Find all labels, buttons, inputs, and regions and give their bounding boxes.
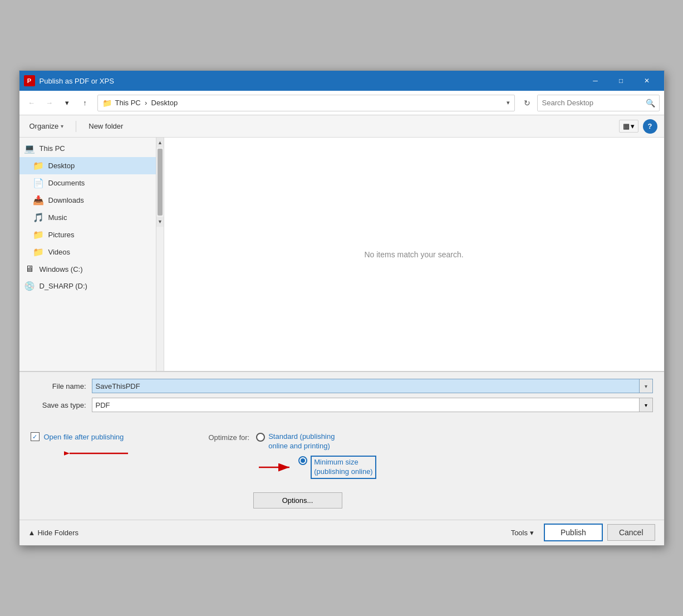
view-icon: ▦ [623, 122, 630, 130]
save-as-type-row: Save as type: PDF ▾ [31, 398, 653, 412]
help-button[interactable]: ? [643, 119, 657, 134]
right-arrow-annotation [256, 457, 295, 477]
forward-button[interactable]: → [42, 95, 57, 111]
search-icon[interactable]: 🔍 [642, 95, 659, 111]
title-controls: ─ □ ✕ [583, 71, 660, 91]
cancel-button[interactable]: Cancel [607, 524, 655, 541]
search-box: 🔍 [537, 95, 660, 111]
sidebar-item-desktop[interactable]: 📁 Desktop [19, 157, 164, 174]
pictures-label: Pictures [48, 231, 75, 239]
pictures-icon: 📁 [33, 229, 44, 240]
footer-right: Tools ▾ Publish Cancel [505, 524, 655, 541]
tools-dropdown-icon: ▾ [530, 529, 534, 537]
publish-dialog: P Publish as PDF or XPS ─ □ ✕ ← → ▾ ↑ 📁 … [19, 70, 665, 546]
dropdown-nav-button[interactable]: ▾ [60, 95, 75, 111]
file-name-label: File name: [31, 382, 92, 390]
radio-minimum-size[interactable]: Minimum size(publishing online) [298, 456, 376, 479]
refresh-button[interactable]: ↻ [519, 95, 535, 111]
maximize-button[interactable]: □ [608, 71, 634, 91]
desktop-icon: 📁 [33, 160, 44, 171]
main-area: 💻 This PC 📁 Desktop 📄 Documents 📥 Downlo… [19, 138, 664, 371]
radio-standard-circle[interactable] [256, 433, 265, 442]
sidebar-items: 💻 This PC 📁 Desktop 📄 Documents 📥 Downlo… [19, 138, 164, 371]
publish-button[interactable]: Publish [544, 524, 603, 541]
sidebar-item-documents[interactable]: 📄 Documents [19, 174, 164, 192]
radio-minimum-size-circle[interactable] [298, 456, 307, 465]
d-sharp-label: D_SHARP (D:) [40, 282, 87, 290]
scrollbar-down-button[interactable]: ▼ [156, 217, 164, 227]
tools-label: Tools [511, 529, 528, 537]
toolbar: Organize ▾ New folder ▦ ▾ ? [19, 115, 664, 138]
scrollbar-up-button[interactable]: ▲ [156, 138, 164, 148]
radio-standard-label: Standard (publishingonline and printing) [268, 432, 335, 451]
radio-group-optimize: Standard (publishingonline and printing) [256, 432, 376, 479]
tools-button[interactable]: Tools ▾ [505, 525, 539, 540]
radio-minimum-size-label: Minimum size(publishing online) [311, 456, 376, 479]
view-button[interactable]: ▦ ▾ [619, 120, 638, 133]
hide-folders-button[interactable]: ▲ Hide Folders [28, 529, 79, 537]
sidebar-item-music[interactable]: 🎵 Music [19, 209, 164, 226]
save-as-type-value: PDF [96, 401, 110, 409]
address-bar: ← → ▾ ↑ 📁 This PC › Desktop ▾ ↻ 🔍 [19, 91, 664, 115]
title-bar: P Publish as PDF or XPS ─ □ ✕ [19, 71, 664, 91]
open-file-checkbox-row[interactable]: ✓ Open file after publishing [31, 432, 186, 441]
open-file-label: Open file after publishing [44, 433, 124, 441]
sidebar: 💻 This PC 📁 Desktop 📄 Documents 📥 Downlo… [19, 138, 164, 371]
sidebar-item-windows-c[interactable]: 🖥 Windows (C:) [19, 261, 164, 277]
view-dropdown-icon: ▾ [631, 122, 635, 130]
open-file-checkbox[interactable]: ✓ [31, 432, 40, 441]
address-box[interactable]: 📁 This PC › Desktop ▾ [97, 95, 515, 111]
this-pc-label: This PC [40, 144, 65, 153]
organize-label: Organize [30, 122, 59, 130]
new-folder-button[interactable]: New folder [85, 120, 126, 133]
file-name-dropdown[interactable]: ▾ [640, 379, 653, 393]
videos-icon: 📁 [33, 247, 44, 257]
sidebar-scrollbar[interactable]: ▲ ▼ [156, 138, 164, 371]
dialog-backdrop: P Publish as PDF or XPS ─ □ ✕ ← → ▾ ↑ 📁 … [0, 0, 683, 616]
file-name-row: File name: ▾ [31, 379, 653, 393]
close-button[interactable]: ✕ [634, 71, 660, 91]
toolbar-separator [76, 121, 76, 132]
organize-button[interactable]: Organize ▾ [26, 120, 67, 133]
radio-standard[interactable]: Standard (publishingonline and printing) [256, 432, 376, 451]
downloads-label: Downloads [48, 196, 84, 204]
documents-icon: 📄 [33, 178, 44, 188]
sidebar-item-videos[interactable]: 📁 Videos [19, 243, 164, 261]
save-as-type-label: Save as type: [31, 401, 92, 409]
optimize-label: Optimize for: [209, 433, 250, 442]
sidebar-item-downloads[interactable]: 📥 Downloads [19, 192, 164, 209]
options-button[interactable]: Options... [253, 492, 342, 509]
file-name-input[interactable] [92, 379, 640, 393]
form-panel: File name: ▾ Save as type: PDF ▾ [19, 371, 664, 423]
save-as-type-select[interactable]: PDF [92, 398, 640, 412]
d-sharp-icon: 💿 [24, 281, 35, 291]
hide-folders-arrow: ▲ [28, 529, 36, 537]
empty-message: No items match your search. [364, 250, 463, 259]
this-pc-icon: 💻 [24, 143, 35, 154]
left-arrow-annotation [64, 448, 131, 459]
sidebar-item-d-sharp[interactable]: 💿 D_SHARP (D:) [19, 277, 164, 295]
back-button[interactable]: ← [24, 95, 40, 111]
documents-label: Documents [48, 179, 85, 187]
breadcrumb: This PC › Desktop [115, 99, 178, 107]
options-area: ✓ Open file after publishing [19, 423, 664, 520]
desktop-label: Desktop [48, 162, 75, 170]
downloads-icon: 📥 [33, 195, 44, 206]
footer-bar: ▲ Hide Folders Tools ▾ Publish Cancel [19, 520, 664, 545]
toolbar-right: ▦ ▾ ? [619, 119, 657, 134]
music-icon: 🎵 [33, 212, 44, 223]
sidebar-item-this-pc[interactable]: 💻 This PC [19, 140, 164, 157]
address-dropdown-arrow[interactable]: ▾ [507, 99, 510, 106]
music-label: Music [48, 213, 67, 222]
save-as-type-dropdown[interactable]: ▾ [640, 398, 653, 412]
windows-c-label: Windows (C:) [40, 265, 83, 273]
new-folder-label: New folder [89, 122, 123, 130]
minimize-button[interactable]: ─ [583, 71, 608, 91]
ppt-logo: P [24, 75, 35, 86]
scrollbar-thumb[interactable] [158, 149, 163, 216]
sidebar-item-pictures[interactable]: 📁 Pictures [19, 226, 164, 243]
up-button[interactable]: ↑ [77, 95, 93, 111]
windows-c-icon: 🖥 [24, 264, 35, 274]
search-input[interactable] [538, 95, 642, 111]
organize-dropdown-icon: ▾ [61, 123, 63, 129]
